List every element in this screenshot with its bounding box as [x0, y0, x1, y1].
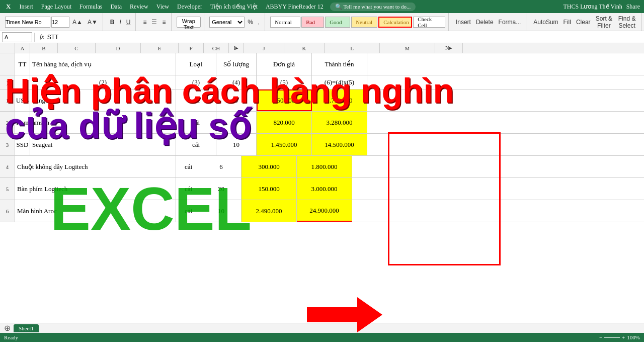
cell-row2-dongia[interactable]: 820.000 [257, 112, 312, 133]
sort-btn[interactable]: Sort & Filter [594, 14, 615, 30]
formula-input[interactable] [47, 32, 642, 42]
neutral-style[interactable]: Neutral [351, 17, 377, 28]
zoom-out-btn[interactable]: − [599, 334, 602, 340]
cell-row2-thanhtien[interactable]: 3.280.000 [312, 112, 367, 133]
normal-style[interactable]: Normal [270, 17, 300, 28]
cell-D2[interactable]: (4) [216, 75, 257, 89]
cell-row4-dongia[interactable]: 300.000 [242, 156, 297, 177]
col-header-J[interactable]: J [244, 43, 284, 53]
cell-row6-soluong[interactable]: 10 [201, 200, 242, 222]
delete-btn[interactable]: Delete [474, 18, 496, 27]
cell-thanhtien-hdr[interactable]: Thành tiền [312, 53, 367, 75]
col-header-B[interactable]: B [30, 43, 58, 53]
cell-F2[interactable]: (6)=(4)x(5) [312, 75, 367, 89]
cell-row3-soluong[interactable]: 10 [216, 134, 257, 155]
percent-btn[interactable]: % [246, 18, 255, 27]
col-header-G[interactable]: CH [204, 43, 229, 53]
number-format-select[interactable]: General [209, 17, 245, 28]
italic-btn[interactable]: I [117, 18, 123, 27]
menu-page-layout[interactable]: Page Layout [38, 2, 75, 12]
tell-me-box[interactable]: 🔍 Tell me what you want to do... [330, 3, 416, 11]
col-header-E[interactable]: E [141, 43, 179, 53]
cell-row5-dongia[interactable]: 150.000 [242, 178, 297, 200]
cell-soluong-hdr[interactable]: Số lượng [216, 53, 257, 75]
cell-row2-A[interactable]: Ram [15, 112, 30, 133]
col-header-L[interactable]: L [325, 43, 380, 53]
align-center-btn[interactable]: ☰ [149, 18, 159, 27]
bad-style[interactable]: Bad [301, 17, 324, 28]
zoom-slider[interactable]: ──── [604, 334, 620, 340]
fill-btn[interactable]: Fill [561, 18, 573, 27]
cell-row4-soluong[interactable]: 6 [201, 156, 242, 177]
cell-row1-thanhtien[interactable]: 1.750.000 [312, 89, 367, 111]
share-button[interactable]: Share [626, 3, 640, 11]
col-header-C[interactable]: C [58, 43, 96, 53]
cell-B2[interactable]: (2) [30, 75, 176, 89]
col-header-K[interactable]: K [284, 43, 325, 53]
align-left-btn[interactable]: ≡ [141, 18, 148, 27]
cell-row6-B[interactable]: Màn hình Aroc [15, 200, 176, 222]
name-box[interactable] [2, 32, 32, 42]
cell-row1-A[interactable]: USB [15, 89, 30, 111]
cell-A-hdr[interactable]: TT [15, 53, 30, 75]
calculation-style[interactable]: Calculation [378, 17, 412, 28]
col-header-H[interactable]: I▸ [229, 43, 244, 53]
menu-formulas[interactable]: Formulas [76, 2, 106, 12]
menu-view[interactable]: View [153, 2, 173, 12]
sheet-tab-active[interactable]: Sheet1 [14, 324, 39, 332]
clear-btn[interactable]: Clear [574, 18, 593, 27]
cell-row4-loai[interactable]: cái [176, 156, 201, 177]
cell-E2[interactable]: (5) [257, 75, 312, 89]
cell-dongia-hdr[interactable]: Đơn giá [257, 53, 312, 75]
font-size-input[interactable] [51, 17, 69, 28]
check-cell-style[interactable]: Check Cell [413, 17, 445, 28]
cell-row4-B[interactable]: Chuột không dây Logitech [15, 156, 176, 177]
cell-row6-thanhtien[interactable]: 24.900.000 [297, 200, 352, 222]
increase-font-btn[interactable]: A▲ [70, 18, 85, 27]
cell-row1-loai[interactable]: cái [176, 89, 216, 111]
cell-row5-B[interactable]: Bàn phím Logitech [15, 178, 176, 200]
cell-row6-dongia[interactable]: 2.490.000 [242, 200, 297, 222]
find-btn[interactable]: Find & Select [615, 14, 638, 30]
font-name-input[interactable] [5, 17, 50, 28]
autosum-btn[interactable]: AutoSum [531, 18, 560, 27]
cell-row5-soluong[interactable]: 20 [201, 178, 242, 200]
comma-btn[interactable]: , [256, 18, 262, 27]
cell-row3-B[interactable]: Seageat [30, 134, 176, 155]
corner-cell[interactable] [0, 43, 15, 53]
cell-row1-B[interactable]: Kingto [30, 89, 176, 111]
cell-row2-loai[interactable]: cái [176, 112, 216, 133]
menu-tienich[interactable]: Tiện ích tiếng Việt [207, 2, 261, 12]
cell-row4-thanhtien[interactable]: 1.800.000 [297, 156, 352, 177]
col-header-D[interactable]: D [96, 43, 141, 53]
cell-row1-dongia[interactable]: 350.000 [257, 89, 312, 111]
cell-row6-loai[interactable]: cái [176, 200, 201, 222]
menu-insert[interactable]: Insert [16, 2, 36, 12]
cell-loai-hdr[interactable]: Loại [176, 53, 216, 75]
decrease-font-btn[interactable]: A▼ [86, 18, 100, 27]
cell-row3-thanhtien[interactable]: 14.500.000 [312, 134, 367, 155]
cell-row3-dongia[interactable]: 1.450.000 [257, 134, 312, 155]
zoom-in-btn[interactable]: + [622, 334, 625, 340]
menu-data[interactable]: Data [107, 2, 125, 12]
bold-btn[interactable]: B [108, 18, 117, 27]
cell-row1-soluong[interactable]: 5 [216, 89, 257, 111]
menu-abbyy[interactable]: ABBYY FineReader 12 [262, 2, 327, 12]
good-style[interactable]: Good [325, 17, 350, 28]
wrap-text-btn[interactable]: Wrap Text [177, 17, 201, 28]
align-right-btn[interactable]: ≡ [160, 18, 168, 27]
underline-btn[interactable]: U [124, 18, 133, 27]
cell-A2[interactable] [15, 75, 30, 89]
cell-row3-A[interactable]: SSD [15, 134, 30, 155]
add-sheet-btn[interactable]: ⊕ [2, 323, 13, 333]
cell-row5-thanhtien[interactable]: 3.000.000 [297, 178, 352, 200]
cell-row2-B[interactable]: amsun [30, 112, 176, 133]
format-btn[interactable]: Forma... [497, 18, 523, 27]
cell-C2[interactable]: (3) [176, 75, 216, 89]
menu-review[interactable]: Review [126, 2, 152, 12]
col-header-F[interactable]: F [179, 43, 204, 53]
cell-B-hdr[interactable]: Tên hàng hóa, dịch vụ [30, 53, 176, 75]
cell-row2-soluong[interactable]: 4 [216, 112, 257, 133]
cell-row5-loai[interactable]: cái [176, 178, 201, 200]
insert-btn[interactable]: Insert [454, 18, 473, 27]
